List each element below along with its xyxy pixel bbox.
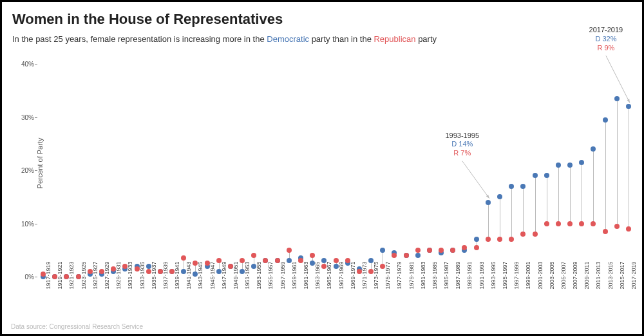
x-tick-label: 2007-2009 [572,261,578,289]
x-tick-label: 1967-1969 [338,261,345,289]
rep-point [392,253,397,258]
x-tick-label: 1957-1959 [279,261,286,289]
rep-point [486,237,491,242]
dumbbell-stem [582,163,582,224]
rep-point [509,237,514,242]
rep-point [181,255,186,261]
x-tick-label: 1999-2001 [525,261,531,289]
x-tick-label: 1925-1927 [92,261,99,289]
dumbbell-stem [547,175,547,223]
x-tick-label: 1955-1957 [267,261,274,289]
x-tick-label: 1923-1925 [80,261,87,289]
rep-point [579,221,584,226]
rep-point [462,245,467,250]
chart-subtitle: In the past 25 years, female representat… [12,34,632,44]
x-tick-label: 2005-2007 [560,261,567,289]
dumbbell-stem [558,165,559,224]
dumbbell-stem [511,186,512,239]
chart-title: Women in the House of Representatives [12,11,632,28]
y-tick-label: 30% [15,114,34,121]
dem-point [556,163,561,168]
y-tick [35,117,37,118]
subtitle-text: party [416,34,437,44]
dumbbell-stem [500,197,500,239]
subtitle-text: In the past 25 years, female representat… [12,34,267,44]
dumbbell-stem [593,149,594,223]
rep-point [415,248,421,253]
subtitle-democratic: Democratic [267,34,309,44]
x-tick-label: 1935-1937 [151,261,157,289]
x-tick-label: 1947-1949 [221,261,227,289]
rep-point [603,229,608,234]
dem-point [591,146,596,152]
dem-point [497,194,502,199]
y-tick [35,64,37,64]
x-tick-label: 1975-1977 [384,261,391,289]
x-tick-label: 1995-1997 [502,261,508,289]
dumbbell-stem [488,203,489,240]
y-tick-label: 20% [15,167,34,174]
dem-point [415,253,421,258]
x-tick-label: 2009-2011 [583,261,590,289]
x-axis-labels: 1917-19191919-19211921-19231923-19251925… [37,273,630,299]
x-tick-label: 1969-1971 [350,261,356,289]
rep-point [287,248,292,253]
dem-point [474,237,479,242]
svg-marker-0 [486,195,489,199]
dem-point [626,104,631,109]
annotation-rep: R 9% [580,44,632,53]
rep-point [427,248,432,253]
rep-point [544,221,549,226]
chart-area: 0%10%20%30%40%1993-1995D 14%R 7%2017-201… [37,54,630,299]
x-tick-label: 1991-1993 [478,261,485,289]
x-tick-label: 1953-1955 [256,261,262,289]
header: Women in the House of Representatives In… [2,2,642,46]
x-tick-label: 1941-1943 [185,261,192,289]
x-tick-label: 1921-1923 [68,261,75,289]
x-tick-label: 1961-1963 [303,261,309,289]
rep-point [310,253,315,258]
annotation-arrow [37,54,634,277]
x-tick-label: 1983-1985 [431,261,438,289]
dem-point [603,117,608,123]
x-tick-label: 1919-1921 [57,261,63,289]
x-tick-label: 1979-1981 [408,261,415,289]
dem-point [567,163,573,168]
x-tick-label: 1951-1953 [244,261,251,289]
dem-point [509,184,514,189]
x-tick-label: 1949-1951 [232,261,239,289]
rep-point [520,232,526,237]
annotation-arrow [37,54,634,277]
x-tick-label: 1965-1967 [326,261,332,289]
x-tick-label: 1931-1933 [127,261,133,289]
rep-point [404,253,409,258]
rep-point [556,221,561,226]
annotation-dem: D 14% [437,140,488,149]
x-tick-label: 1939-1941 [174,261,180,289]
dem-point [380,248,385,253]
y-tick [35,170,37,171]
rep-point [450,248,455,253]
dumbbell-stem [570,165,571,224]
dem-point [533,173,538,178]
x-tick-label: 1945-1947 [209,261,216,289]
rep-point [251,253,256,258]
y-tick-label: 40% [15,61,34,68]
x-tick-label: 1981-1983 [420,261,426,289]
x-tick-label: 1987-1989 [455,261,461,289]
x-tick-label: 1993-1995 [490,261,497,289]
rep-point [567,221,573,226]
y-tick-label: 10% [15,220,34,227]
rep-point [474,245,479,250]
x-tick-label: 1933-1935 [139,261,146,289]
x-tick-label: 1977-1979 [396,261,402,289]
annotation: 1993-1995D 14%R 7% [437,132,488,158]
rep-point [614,224,620,229]
x-tick-label: 1937-1939 [162,261,169,289]
annotation-period: 1993-1995 [437,132,488,141]
y-tick [35,224,37,224]
data-source-footer: Data source: Congressional Research Serv… [11,323,143,330]
subtitle-republican: Republican [374,34,415,44]
x-tick-label: 1971-1973 [361,261,368,289]
x-tick-label: 1973-1975 [373,261,379,289]
